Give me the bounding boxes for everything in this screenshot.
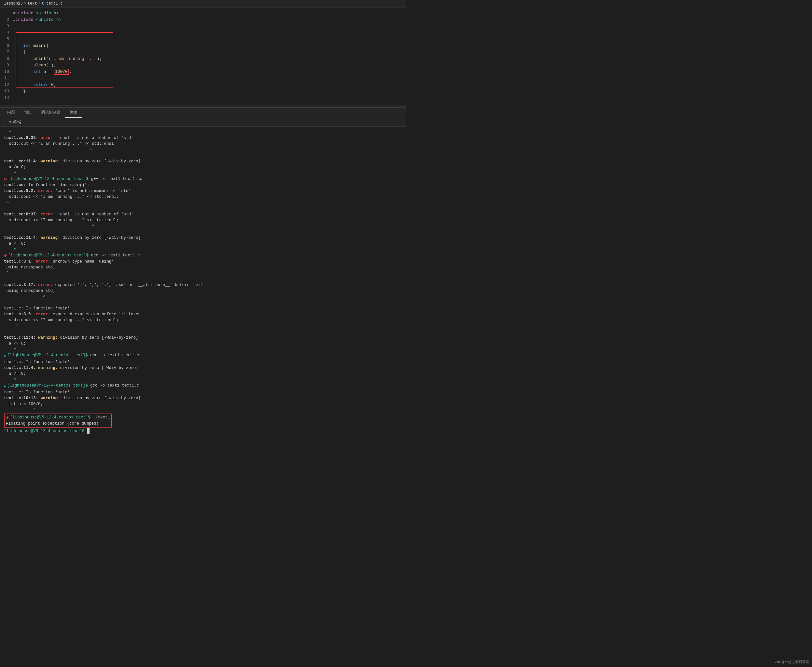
code-line-7: 7 { (0, 49, 406, 56)
editor-panel-divider (0, 105, 406, 108)
terminal-line: text1.c: In function 'main': (4, 390, 402, 395)
code-line-1: 1 #include <stdio.h> (0, 10, 406, 17)
tab-output[interactable]: 输出 (20, 108, 37, 118)
terminal-line: ^ (4, 347, 402, 352)
breadcrumb-subfolder: text (28, 1, 37, 6)
terminal-line (4, 229, 402, 235)
terminal-line: ^ (4, 170, 402, 176)
breadcrumb-filetype: C (42, 1, 44, 6)
terminal-line (4, 153, 402, 158)
terminal-line: text1.c:3:17: error: expected '=', ',', … (4, 282, 402, 288)
run-command-box: ⊗ [lighthouse@VM-12-4-centos text]$ ./te… (4, 413, 112, 428)
panel-tabs[interactable]: 问题 输出 调试控制台 终端 (0, 108, 406, 118)
code-line-14: 14 (0, 95, 406, 101)
terminal-command-line: ● [lighthouse@VM-12-4-centos text]$ gcc … (4, 352, 402, 359)
terminal-line: ^ (4, 294, 402, 300)
terminal-line: text1.cc:11:4: warning: division by zero… (4, 158, 402, 164)
error-icon: ⊗ (4, 253, 7, 259)
tab-terminal[interactable]: 终端 (65, 108, 82, 118)
terminal-line: a /= 0; (4, 241, 402, 247)
tab-issues[interactable]: 问题 (3, 108, 20, 118)
terminal-line: ^ (4, 223, 402, 229)
code-line-2: 2 #include <unistd.h> (0, 17, 406, 23)
breadcrumb-sep2: > (38, 1, 41, 6)
ok-icon: ● (4, 353, 6, 359)
terminal-line: ^ (4, 323, 402, 329)
terminal-line: std::cout << "I am running ..." << std::… (4, 194, 402, 200)
breadcrumb-filename: text1.c (46, 1, 63, 6)
division-highlight: 100/0 (54, 69, 69, 75)
terminal-expand-icon[interactable]: ∨ (9, 120, 12, 124)
terminal-line: a /= 0; (4, 164, 402, 170)
breadcrumb-folder: lesson13 (4, 1, 23, 6)
terminal-line: std::out << "I am running ..." << std::e… (4, 141, 402, 147)
breadcrumb-sep1: > (24, 1, 27, 6)
code-line-13: 13 } (0, 88, 406, 95)
terminal-label: 终端 (13, 119, 21, 125)
terminal-run-command: ⊗ [lighthouse@VM-12-4-centos text]$ ./te… (6, 415, 110, 421)
tab-debug-console[interactable]: 调试控制台 (37, 108, 65, 118)
terminal-line: text1.c:3:1: error: unknown type name 'u… (4, 259, 402, 264)
terminal-line: ^ (4, 377, 402, 383)
breadcrumb: lesson13 > text > C text1.c (0, 0, 406, 7)
terminal-command-line: ⊗ [lighthouse@VM-12-4-centos text]$ g++ … (4, 176, 402, 182)
terminal-line: text1.cc:8:2: error: 'cout' is not a mem… (4, 188, 402, 194)
ok2-icon: ● (4, 383, 6, 390)
terminal-line: ^ (4, 200, 402, 206)
terminal-line: ^ (4, 247, 402, 252)
terminal-line: text1.cc:8:36: error: 'endl' is not a me… (4, 135, 402, 141)
terminal-line: text1.cc: In function 'int main()': (4, 182, 402, 188)
code-line-6: 6 int main() (0, 43, 406, 49)
terminal-line: std::cout << "I am running ..." << std::… (4, 217, 402, 223)
terminal-line: a /= 0; (4, 341, 402, 347)
terminal-exception-line: Floating point exception (core dumped) (6, 421, 110, 426)
terminal-line (4, 276, 402, 282)
code-line-10: 10 int a = 100/0; (0, 69, 406, 75)
code-line-11: 11 (0, 75, 406, 82)
terminal-command-line: ● [lighthouse@VM-12-4-centos text]$ gcc … (4, 383, 402, 390)
run-error-icon: ⊗ (6, 415, 8, 421)
terminal-line: int a = 100/0; (4, 401, 402, 407)
terminal-line: ^ (4, 129, 402, 135)
terminal-line: text1.c:10:13: warning: division by zero… (4, 395, 402, 401)
terminal-line: text1.c: In function 'main': (4, 305, 402, 311)
terminal-line: std::cout << "I am running ..." << std::… (4, 317, 402, 323)
drag-handle-icon: ⋮ (3, 119, 7, 125)
terminal-header: ⋮ ∨ 终端 (0, 118, 406, 126)
terminal-line: text1.c:8:6: error: expected expression … (4, 311, 402, 317)
code-editor: 1 #include <stdio.h> 2 #include <unistd.… (0, 7, 406, 105)
terminal-line: text1.cc:11:4: warning: division by zero… (4, 235, 402, 241)
terminal-line (4, 300, 402, 305)
code-line-3: 3 (0, 23, 406, 30)
terminal-content[interactable]: ^ text1.cc:8:36: error: 'endl' is not a … (0, 126, 406, 436)
terminal-line: text1.c:11:4: warning: division by zero … (4, 365, 402, 371)
terminal-line (4, 206, 402, 211)
terminal-line: text1.c: In function 'main': (4, 359, 402, 365)
terminal-line (4, 329, 402, 335)
terminal-next-prompt: [lighthouse@VM-12-4-centos text]$ (4, 428, 402, 434)
code-line-8: 8 printf("I am running ..."); (0, 56, 406, 62)
terminal-line: ^ (4, 270, 402, 276)
terminal-line: ^ (4, 407, 402, 413)
code-line-4: 4 (0, 30, 406, 36)
terminal-line: using namespace std; (4, 264, 402, 270)
terminal-line: text1.cc:8:37: error: 'endl' is not a me… (4, 211, 402, 217)
terminal-line: a /= 0; (4, 371, 402, 377)
code-line-5: 5 (0, 36, 406, 43)
terminal-line: ^ (4, 147, 402, 153)
error-icon: ⊗ (4, 176, 7, 182)
terminal-command-line: ⊗ [lighthouse@VM-12-4-centos text]$ gcc … (4, 252, 402, 259)
code-line-12: 12 return 0; (0, 82, 406, 88)
terminal-line: using namespace std; (4, 288, 402, 294)
terminal-line: text1.c:11:4: warning: division by zero … (4, 335, 402, 341)
code-line-9: 9 sleep(1); (0, 62, 406, 69)
